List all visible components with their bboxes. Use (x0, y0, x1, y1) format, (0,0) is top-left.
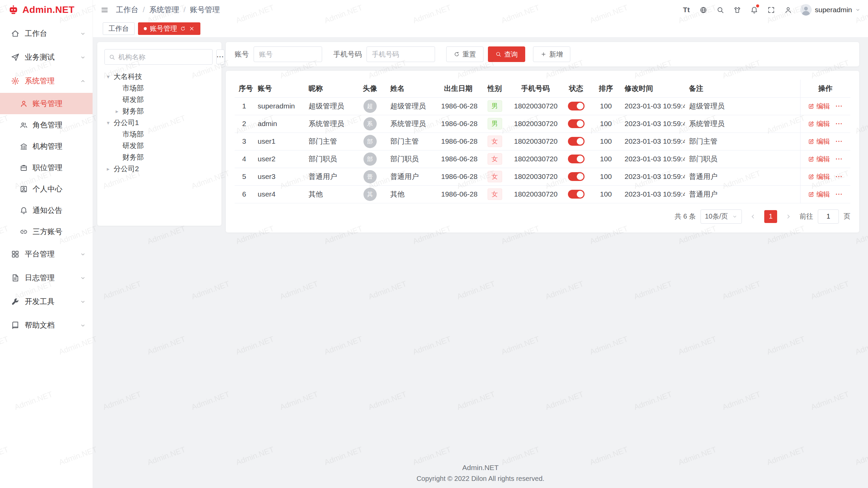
footer-copyright: Copyright © 2022 Dilon All rights reserv… (93, 475, 868, 483)
tab-label: 工作台 (108, 24, 129, 33)
sidebar-subitem-2-0[interactable]: 账号管理 (0, 93, 93, 114)
status-toggle[interactable] (568, 137, 585, 146)
sidebar-subitem-2-5[interactable]: 通知公告 (0, 200, 93, 221)
tree-caret-icon[interactable]: ▾ (104, 120, 112, 126)
globe-icon[interactable] (696, 2, 711, 17)
sidebar-subitem-2-6[interactable]: 三方账号 (0, 221, 93, 242)
user-menu[interactable]: superadmin (800, 4, 861, 16)
book-icon (11, 321, 20, 330)
next-page-button[interactable] (782, 210, 795, 223)
sidebar-item-1[interactable]: 业务测试 (0, 45, 93, 69)
phone-input[interactable] (367, 46, 435, 62)
font-size-icon[interactable]: Tt (679, 2, 694, 17)
user-settings-icon[interactable] (781, 2, 795, 17)
menu-collapse-icon[interactable] (98, 2, 111, 17)
tree-node[interactable]: 研发部 (104, 94, 214, 105)
edit-button[interactable]: 编辑 (808, 172, 830, 181)
fullscreen-icon[interactable] (764, 2, 778, 17)
tab-1[interactable]: 账号管理 (138, 22, 200, 35)
goto-label: 前往 (800, 212, 813, 221)
cell-order: 100 (591, 185, 620, 203)
doc-icon (11, 273, 20, 282)
tree-node[interactable]: ▸分公司2 (104, 163, 214, 175)
tree-node[interactable]: ▾大名科技 (104, 71, 214, 82)
status-toggle[interactable] (568, 102, 585, 110)
sidebar-item-5[interactable]: 开发工具 (0, 290, 93, 313)
skin-icon[interactable] (730, 2, 745, 17)
logo[interactable]: Admin.NET (0, 0, 93, 20)
bell-icon[interactable] (747, 2, 762, 17)
row-more-button[interactable] (835, 155, 843, 163)
tree-node[interactable]: ▾分公司1 (104, 117, 214, 128)
sidebar-subitem-2-1[interactable]: 角色管理 (0, 114, 93, 136)
search-icon[interactable] (713, 2, 728, 17)
account-input[interactable] (254, 46, 322, 62)
cell-gender: 男 (479, 115, 510, 133)
sidebar-item-0[interactable]: 工作台 (0, 22, 93, 45)
edit-button[interactable]: 编辑 (808, 119, 830, 128)
row-more-button[interactable] (835, 137, 843, 145)
breadcrumb-item-1[interactable]: 系统管理 (149, 5, 179, 15)
cell-index: 1 (235, 97, 254, 115)
cell-birthdate: 1986-06-28 (437, 185, 479, 203)
row-more-button[interactable] (835, 102, 843, 110)
sidebar-item-6[interactable]: 帮助文档 (0, 313, 93, 337)
refresh-icon[interactable] (180, 26, 186, 32)
edit-button[interactable]: 编辑 (808, 190, 830, 199)
tab-0[interactable]: 工作台 (103, 22, 135, 35)
username: superadmin (815, 6, 852, 14)
close-icon[interactable] (189, 26, 195, 32)
cell-gender: 女 (479, 168, 510, 185)
reset-button-label: 重置 (462, 50, 476, 59)
cell-name: 部门职员 (386, 150, 437, 168)
sidebar-item-2[interactable]: 系统管理 (0, 69, 93, 93)
tree-node[interactable]: 市场部 (104, 128, 214, 140)
tree-node-label: 财务部 (122, 106, 144, 116)
sidebar-subitem-label: 三方账号 (33, 227, 62, 237)
org-more-button[interactable]: ··· (216, 49, 224, 64)
status-toggle[interactable] (568, 190, 585, 199)
tree-caret-icon[interactable]: ▸ (104, 166, 112, 172)
goto-page-input[interactable] (818, 209, 839, 224)
chevron-down-icon (80, 31, 86, 37)
edit-button[interactable]: 编辑 (808, 137, 830, 146)
user-avatar (800, 4, 812, 16)
cell-nickname: 其他 (304, 185, 354, 203)
tree-caret-icon[interactable]: ▾ (104, 74, 112, 80)
sidebar-subitem-2-3[interactable]: 职位管理 (0, 157, 93, 178)
status-toggle[interactable] (568, 172, 585, 181)
prev-page-button[interactable] (747, 210, 760, 223)
sidebar-subitem-2-2[interactable]: 机构管理 (0, 136, 93, 157)
column-header-status: 状态 (561, 80, 591, 97)
page-size-select[interactable]: 10条/页 (701, 209, 742, 224)
row-more-button[interactable] (835, 120, 843, 128)
row-more-button[interactable] (835, 172, 843, 181)
row-more-button[interactable] (835, 190, 843, 198)
status-toggle[interactable] (568, 119, 585, 128)
pagination: 共 6 条 10条/页 1 前往 页 (235, 209, 850, 224)
sidebar-item-3[interactable]: 平台管理 (0, 242, 93, 266)
org-search-input[interactable] (118, 53, 208, 61)
sidebar-item-4[interactable]: 日志管理 (0, 266, 93, 290)
chevron-down-icon (855, 7, 861, 13)
table-header-row: 序号账号昵称头像姓名出生日期性别手机号码状态排序修改时间备注操作 (235, 80, 850, 97)
search-button[interactable]: 查询 (488, 46, 525, 62)
reset-button[interactable]: 重置 (446, 46, 484, 62)
breadcrumb-item-2[interactable]: 账号管理 (190, 5, 220, 15)
page-number-1[interactable]: 1 (764, 210, 777, 223)
cell-modified: 2023-01-03 10:59:44 (620, 150, 685, 168)
tree-node[interactable]: 研发部 (104, 140, 214, 151)
breadcrumb-item-0[interactable]: 工作台 (116, 5, 138, 15)
cell-birthdate: 1986-06-28 (437, 97, 479, 115)
add-button[interactable]: 新增 (533, 46, 570, 62)
tree-node[interactable]: 财务部 (104, 151, 214, 163)
tree-node[interactable]: ▸财务部 (104, 105, 214, 117)
gender-badge: 男 (488, 118, 502, 129)
tree-caret-icon[interactable]: ▸ (113, 108, 121, 115)
edit-button[interactable]: 编辑 (808, 155, 830, 164)
tree-node[interactable]: 市场部 (104, 82, 214, 94)
row-avatar: 普 (363, 170, 377, 183)
sidebar-subitem-2-4[interactable]: 个人中心 (0, 178, 93, 200)
status-toggle[interactable] (568, 155, 585, 163)
edit-button[interactable]: 编辑 (808, 102, 830, 111)
